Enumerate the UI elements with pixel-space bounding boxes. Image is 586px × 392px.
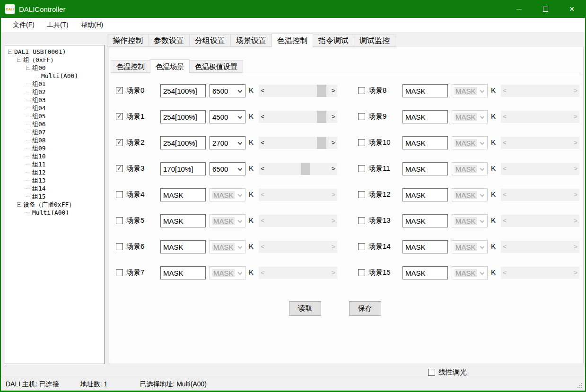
tree-item[interactable]: 组13 — [5, 176, 104, 184]
minimize-button[interactable] — [506, 0, 532, 18]
main-tab[interactable]: 参数设置 — [148, 35, 190, 47]
scene-temp-scrollbar[interactable]: < > — [259, 189, 337, 201]
scene-temp-dropdown[interactable]: MASK — [452, 240, 488, 253]
tree-item[interactable]: 组11 — [5, 160, 104, 168]
scene-level-input[interactable] — [160, 214, 206, 227]
menu-item[interactable]: 工具(T) — [41, 18, 75, 32]
tree-item[interactable]: 组04 — [5, 104, 104, 112]
scene-temp-scrollbar[interactable]: < > — [259, 137, 337, 149]
scene-level-input[interactable] — [160, 188, 206, 201]
collapse-icon[interactable] — [17, 58, 21, 62]
scene-level-input[interactable] — [160, 266, 206, 279]
scene-temp-scrollbar[interactable]: < > — [259, 241, 337, 253]
tree-item[interactable]: 组15 — [5, 192, 104, 200]
scene-checkbox[interactable] — [358, 243, 365, 250]
close-button[interactable]: ✕ — [559, 0, 585, 18]
scene-temp-dropdown[interactable]: 2700 — [210, 136, 245, 149]
tree-item[interactable]: 组03 — [5, 96, 104, 104]
main-tab[interactable]: 调试监控 — [354, 35, 395, 47]
sub-tab[interactable]: 色温场景 — [150, 59, 190, 73]
scene-checkbox[interactable] — [358, 191, 365, 198]
collapse-icon[interactable] — [26, 66, 30, 70]
linear-dim-checkbox[interactable] — [428, 369, 435, 376]
tree-item[interactable]: 组（0xFF） — [5, 56, 104, 64]
scene-temp-dropdown[interactable]: MASK — [210, 266, 245, 279]
scrollbar-thumb[interactable] — [317, 111, 326, 123]
scrollbar-right-arrow-icon[interactable]: > — [330, 85, 337, 97]
scene-level-input[interactable] — [402, 136, 448, 149]
scene-temp-scrollbar[interactable]: < > — [501, 111, 579, 123]
scene-level-input[interactable] — [402, 110, 448, 123]
maximize-button[interactable] — [532, 0, 559, 18]
scene-temp-dropdown[interactable]: MASK — [210, 188, 245, 201]
scrollbar-left-arrow-icon[interactable]: < — [259, 241, 266, 253]
tree-item[interactable]: 组14 — [5, 184, 104, 192]
main-tab[interactable]: 色温控制 — [271, 34, 313, 47]
scene-temp-scrollbar[interactable]: < > — [501, 215, 579, 227]
scene-level-input[interactable] — [160, 84, 206, 97]
scene-level-input[interactable] — [160, 240, 206, 253]
scene-checkbox[interactable] — [358, 113, 365, 120]
scrollbar-right-arrow-icon[interactable]: > — [572, 267, 579, 279]
scene-level-input[interactable] — [402, 266, 448, 279]
scene-temp-scrollbar[interactable]: < > — [259, 267, 337, 279]
scene-temp-dropdown[interactable]: 4500 — [210, 110, 245, 123]
tree-item[interactable]: 组07 — [5, 128, 104, 136]
scrollbar-left-arrow-icon[interactable]: < — [259, 85, 266, 97]
scrollbar-left-arrow-icon[interactable]: < — [259, 163, 266, 175]
save-button[interactable]: 保存 — [349, 301, 381, 316]
scene-temp-scrollbar[interactable]: < > — [259, 85, 337, 97]
scene-checkbox[interactable] — [116, 217, 123, 224]
tree-item[interactable]: Multi(A00) — [5, 72, 104, 80]
scene-temp-scrollbar[interactable]: < > — [501, 267, 579, 279]
read-button[interactable]: 读取 — [289, 301, 321, 316]
tree-item[interactable]: 设备（广播0xFF） — [5, 200, 104, 209]
scene-checkbox[interactable]: ✓ — [116, 87, 123, 94]
scrollbar-right-arrow-icon[interactable]: > — [572, 85, 579, 97]
tree-item[interactable]: 组12 — [5, 168, 104, 176]
scrollbar-right-arrow-icon[interactable]: > — [330, 189, 337, 201]
scrollbar-right-arrow-icon[interactable]: > — [330, 137, 337, 149]
scene-checkbox[interactable] — [358, 269, 365, 276]
scene-temp-dropdown[interactable]: MASK — [210, 214, 245, 227]
tree-item[interactable]: 组01 — [5, 80, 104, 88]
scene-checkbox[interactable] — [358, 165, 365, 172]
scene-temp-dropdown[interactable]: 6500 — [210, 84, 245, 97]
scrollbar-left-arrow-icon[interactable]: < — [259, 189, 266, 201]
scrollbar-left-arrow-icon[interactable]: < — [259, 215, 266, 227]
menu-item[interactable]: 文件(F) — [7, 18, 41, 32]
scene-checkbox[interactable]: ✓ — [116, 113, 123, 120]
scrollbar-right-arrow-icon[interactable]: > — [572, 111, 579, 123]
scene-temp-scrollbar[interactable]: < > — [501, 241, 579, 253]
sub-tab[interactable]: 色温控制 — [111, 60, 150, 73]
scene-temp-dropdown[interactable]: MASK — [452, 136, 488, 149]
scrollbar-right-arrow-icon[interactable]: > — [572, 163, 579, 175]
tree-item[interactable]: 组05 — [5, 112, 104, 120]
scene-temp-scrollbar[interactable]: < > — [259, 111, 337, 123]
scrollbar-right-arrow-icon[interactable]: > — [572, 241, 579, 253]
scrollbar-left-arrow-icon[interactable]: < — [501, 111, 508, 123]
scene-checkbox[interactable] — [116, 269, 123, 276]
scene-temp-dropdown[interactable]: MASK — [452, 162, 488, 175]
scene-level-input[interactable] — [402, 188, 448, 201]
scrollbar-left-arrow-icon[interactable]: < — [501, 85, 508, 97]
scene-level-input[interactable] — [402, 84, 448, 97]
scrollbar-left-arrow-icon[interactable]: < — [501, 267, 508, 279]
scene-level-input[interactable] — [402, 240, 448, 253]
scrollbar-right-arrow-icon[interactable]: > — [330, 241, 337, 253]
scene-temp-dropdown[interactable]: MASK — [452, 214, 488, 227]
scene-temp-dropdown[interactable]: 6500 — [210, 162, 245, 175]
scene-level-input[interactable] — [402, 214, 448, 227]
scene-temp-dropdown[interactable]: MASK — [452, 266, 488, 279]
scene-level-input[interactable] — [402, 162, 448, 175]
scene-temp-scrollbar[interactable]: < > — [501, 163, 579, 175]
scene-temp-dropdown[interactable]: MASK — [210, 240, 245, 253]
scene-level-input[interactable] — [160, 162, 206, 175]
main-tab[interactable]: 指令调试 — [313, 35, 354, 47]
main-tab[interactable]: 场景设置 — [230, 35, 272, 47]
scrollbar-right-arrow-icon[interactable]: > — [330, 163, 337, 175]
scene-checkbox[interactable]: ✓ — [116, 165, 123, 172]
scene-checkbox[interactable] — [358, 87, 365, 94]
scene-checkbox[interactable] — [358, 139, 365, 146]
tree-item[interactable]: Multi(A00) — [5, 209, 104, 217]
